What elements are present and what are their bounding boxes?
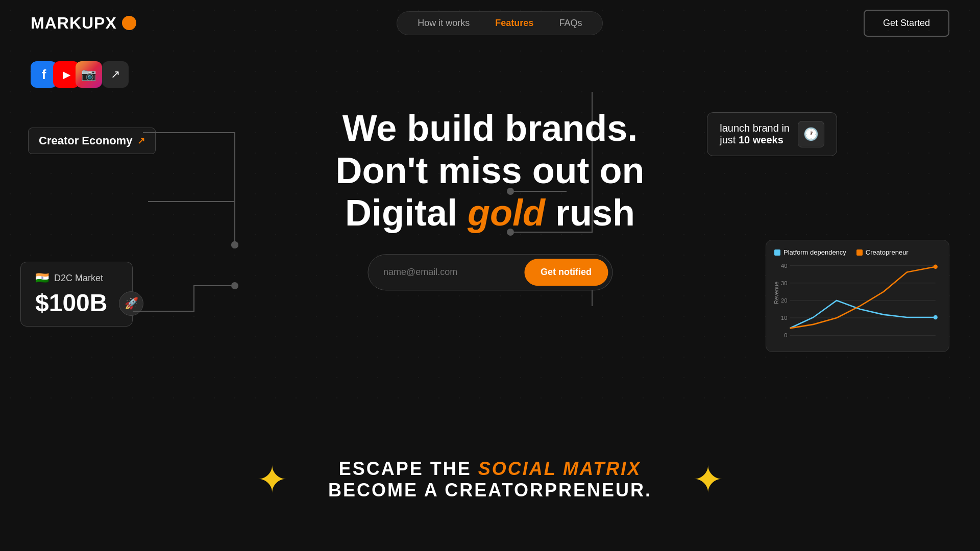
launch-text: launch brand in just 10 weeks bbox=[720, 122, 790, 146]
launch-line1: launch brand in bbox=[720, 122, 790, 134]
creator-economy-tag: Creator Economy ↗ bbox=[28, 128, 156, 154]
headline-gold: gold bbox=[468, 192, 545, 233]
headline-line2: Don't miss out on bbox=[335, 150, 644, 191]
legend-creator-label: Creatopreneur bbox=[866, 248, 909, 256]
clock-badge: 🕐 bbox=[798, 121, 824, 147]
d2c-market-label: D2C Market bbox=[54, 273, 103, 284]
navbar: MARKUPX How it works Features FAQs Get S… bbox=[0, 0, 980, 46]
chart-svg: 40 30 20 10 0 bbox=[774, 260, 941, 342]
arrow-box: ↗ bbox=[102, 61, 129, 88]
chart-area: Revenue 40 30 20 10 0 bbox=[774, 260, 941, 342]
get-started-button[interactable]: Get Started bbox=[864, 10, 949, 37]
logo-text: MARKUPX bbox=[31, 14, 117, 33]
bottom-line2: BECOME A CREATORPRENEUR. bbox=[328, 480, 652, 501]
d2c-header: 🇮🇳 D2C Market bbox=[35, 271, 118, 285]
headline-line3-suffix: rush bbox=[545, 192, 635, 233]
escape-prefix: ESCAPE THE bbox=[339, 458, 478, 479]
instagram-icon: 📷 bbox=[76, 61, 102, 88]
creator-economy-label: Creator Economy bbox=[39, 134, 132, 147]
bottom-text: ESCAPE THE SOCIAL MATRIX BECOME A CREATO… bbox=[328, 458, 652, 501]
chart-card: Platform dependency Creatopreneur Revenu… bbox=[766, 240, 949, 352]
sparkle-right: ✦ bbox=[693, 458, 723, 501]
nav-how-it-works[interactable]: How it works bbox=[418, 18, 470, 29]
social-matrix-highlight: SOCIAL MATRIX bbox=[478, 458, 642, 479]
social-card: f ▶ 📷 ↗ bbox=[31, 61, 129, 88]
logo-dot bbox=[122, 16, 136, 30]
hero-center: We build brands. Don't miss out on Digit… bbox=[335, 107, 644, 290]
launch-line2: just 10 weeks bbox=[720, 134, 790, 146]
svg-text:10: 10 bbox=[781, 315, 787, 321]
svg-text:40: 40 bbox=[781, 263, 787, 269]
legend-dot-blue bbox=[774, 249, 780, 256]
chart-legend: Platform dependency Creatopreneur bbox=[774, 248, 941, 256]
email-form: Get notified bbox=[368, 255, 612, 291]
bottom-line1: ESCAPE THE SOCIAL MATRIX bbox=[328, 458, 652, 480]
d2c-card: 🇮🇳 D2C Market $100B 🚀 bbox=[20, 262, 133, 327]
logo: MARKUPX bbox=[31, 14, 136, 33]
legend-dot-orange bbox=[856, 249, 863, 256]
svg-point-0 bbox=[231, 241, 238, 248]
legend-platform-label: Platform dependency bbox=[783, 248, 846, 256]
svg-text:20: 20 bbox=[781, 297, 787, 304]
india-flag: 🇮🇳 bbox=[35, 271, 49, 285]
svg-point-17 bbox=[934, 265, 938, 269]
launch-weeks: 10 weeks bbox=[739, 134, 783, 145]
bottom-section: ✦ ESCAPE THE SOCIAL MATRIX BECOME A CREA… bbox=[0, 408, 980, 551]
legend-creator: Creatopreneur bbox=[856, 248, 909, 256]
svg-point-1 bbox=[231, 241, 238, 248]
svg-point-16 bbox=[934, 315, 938, 320]
notify-button[interactable]: Get notified bbox=[524, 259, 608, 286]
sparkle-left: ✦ bbox=[257, 458, 287, 501]
hero-headline: We build brands. Don't miss out on Digit… bbox=[335, 107, 644, 234]
nav-links: How it works Features FAQs bbox=[397, 11, 603, 35]
email-input[interactable] bbox=[383, 267, 524, 278]
social-icons-row: f ▶ 📷 bbox=[31, 61, 98, 88]
rocket-badge: 🚀 bbox=[119, 291, 143, 316]
hero-section: f ▶ 📷 ↗ Creator Economy ↗ 🇮🇳 D2C Market … bbox=[0, 46, 980, 352]
rocket-icon: 🚀 bbox=[125, 297, 138, 310]
nav-faqs[interactable]: FAQs bbox=[559, 18, 582, 29]
y-axis-label: Revenue bbox=[773, 282, 779, 304]
launch-card: launch brand in just 10 weeks 🕐 bbox=[707, 112, 837, 156]
svg-point-2 bbox=[231, 282, 238, 289]
clock-icon: 🕐 bbox=[803, 127, 819, 141]
svg-text:0: 0 bbox=[784, 332, 787, 338]
headline-line3-prefix: Digital bbox=[345, 192, 468, 233]
d2c-value: $100B bbox=[35, 289, 118, 317]
legend-platform: Platform dependency bbox=[774, 248, 846, 256]
headline-line1: We build brands. bbox=[342, 108, 638, 148]
creator-economy-arrow: ↗ bbox=[137, 135, 145, 146]
nav-features[interactable]: Features bbox=[495, 18, 533, 29]
svg-text:30: 30 bbox=[781, 280, 787, 286]
